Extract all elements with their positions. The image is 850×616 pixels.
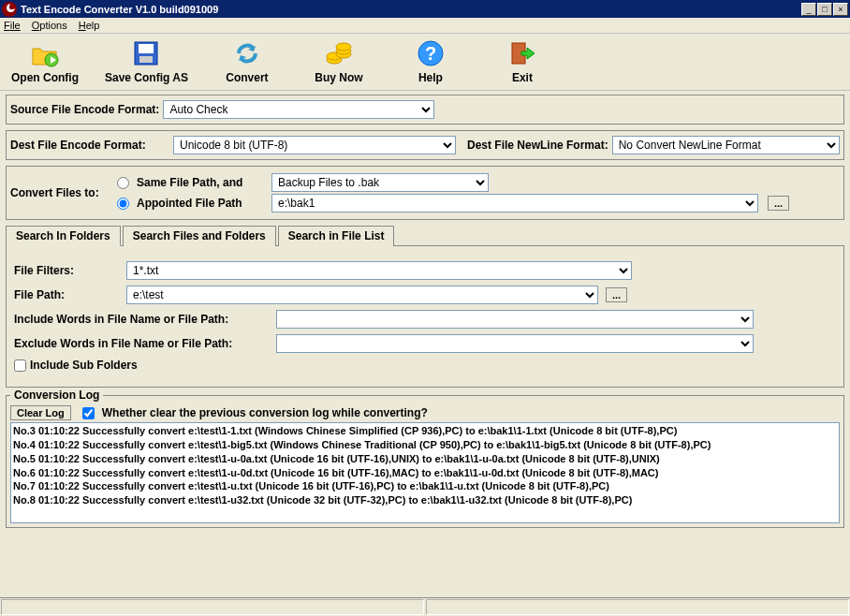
browse-path-button[interactable]: ...	[606, 287, 627, 302]
exclude-words-select[interactable]	[276, 334, 754, 353]
appointed-path-label: Appointed File Path	[137, 197, 268, 210]
open-config-button[interactable]: Open Config	[11, 37, 79, 84]
app-icon	[2, 2, 17, 17]
tab-search-in-folders[interactable]: Search In Folders	[6, 226, 121, 246]
convert-button[interactable]: Convert	[214, 37, 280, 84]
include-sub-folders-label: Include Sub Folders	[30, 359, 138, 372]
buy-now-button[interactable]: Buy Now	[306, 37, 372, 84]
clear-prev-log-checkbox[interactable]	[82, 407, 95, 419]
toolbar: Open Config Save Config AS Convert Buy N…	[0, 34, 850, 91]
conversion-log-legend: Conversion Log	[10, 389, 103, 402]
statusbar	[0, 597, 850, 616]
menubar: File Options Help	[0, 18, 850, 34]
log-line: No.6 01:10:22 Successfully convert e:\te…	[13, 466, 837, 480]
coins-icon	[323, 37, 355, 69]
appointed-path-select[interactable]: e:\bak1	[271, 194, 758, 213]
clear-prev-log-label: Whether clear the previous conversion lo…	[102, 406, 428, 419]
menu-help[interactable]: Help	[79, 20, 100, 31]
source-encode-select[interactable]: Auto Check	[163, 100, 434, 119]
search-tabs: Search In Folders Search Files and Folde…	[6, 226, 844, 246]
dest-encode-select[interactable]: Unicode 8 bit (UTF-8)	[173, 136, 456, 154]
dest-panel: Dest File Encode Format: Unicode 8 bit (…	[6, 130, 844, 160]
log-line: No.4 01:10:22 Successfully convert e:\te…	[13, 438, 837, 452]
convert-to-panel: Convert Files to: Same File Path, and Ba…	[6, 166, 844, 220]
tab-search-files-and-folders[interactable]: Search Files and Folders	[123, 226, 276, 246]
menu-options[interactable]: Options	[32, 20, 67, 31]
convert-to-label: Convert Files to:	[10, 186, 106, 199]
help-icon: ?	[415, 37, 447, 69]
exclude-words-label: Exclude Words in File Name or File Path:	[14, 337, 276, 350]
browse-dest-button[interactable]: ...	[768, 196, 789, 211]
folder-open-icon	[29, 37, 61, 69]
help-button[interactable]: ? Help	[398, 37, 463, 84]
include-sub-folders-checkbox[interactable]	[14, 359, 26, 372]
dest-newline-label: Dest File NewLine Format:	[467, 139, 608, 152]
source-encode-label: Source File Encode Format:	[10, 103, 159, 116]
menu-file[interactable]: File	[4, 20, 21, 31]
include-words-label: Include Words in File Name or File Path:	[14, 313, 276, 326]
log-line: No.7 01:10:22 Successfully convert e:\te…	[13, 479, 837, 493]
file-path-label: File Path:	[14, 288, 126, 301]
source-panel: Source File Encode Format: Auto Check	[6, 95, 844, 125]
status-pane-2	[426, 599, 849, 615]
close-button[interactable]: ×	[833, 3, 848, 16]
clear-log-button[interactable]: Clear Log	[10, 405, 71, 420]
svg-rect-2	[139, 44, 154, 53]
svg-rect-3	[139, 56, 153, 63]
dest-encode-label: Dest File Encode Format:	[10, 139, 169, 152]
tab-search-in-file-list[interactable]: Search in File List	[278, 226, 395, 246]
window-title: Text Encode Converter V1.0 build091009	[21, 4, 218, 15]
tab-panel-search-in-folders: File Filters: 1*.txt File Path: e:\test …	[6, 245, 844, 388]
log-line: No.5 01:10:22 Successfully convert e:\te…	[13, 452, 837, 466]
exit-button[interactable]: Exit	[490, 37, 555, 84]
dest-newline-select[interactable]: No Convert NewLine Format	[612, 136, 840, 154]
conversion-log-fieldset: Conversion Log Clear Log Whether clear t…	[6, 395, 844, 528]
titlebar: Text Encode Converter V1.0 build091009 _…	[0, 0, 850, 18]
save-icon	[130, 37, 162, 69]
status-pane-1	[1, 599, 424, 615]
maximize-button[interactable]: □	[817, 3, 832, 16]
file-path-select[interactable]: e:\test	[126, 286, 598, 304]
minimize-button[interactable]: _	[801, 3, 816, 16]
appointed-path-radio[interactable]	[117, 198, 129, 210]
svg-text:?: ?	[425, 43, 436, 64]
file-filters-label: File Filters:	[14, 264, 126, 277]
log-line: No.8 01:10:22 Successfully convert e:\te…	[13, 493, 837, 507]
svg-point-8	[336, 43, 351, 51]
exit-icon	[506, 37, 538, 69]
backup-select[interactable]: Backup Files to .bak	[271, 173, 489, 192]
refresh-icon	[231, 37, 263, 69]
same-path-radio[interactable]	[117, 177, 129, 189]
log-line: No.3 01:10:22 Successfully convert e:\te…	[13, 424, 837, 438]
same-path-label: Same File Path, and	[137, 176, 268, 189]
file-filters-select[interactable]: 1*.txt	[126, 261, 632, 280]
include-words-select[interactable]	[276, 310, 754, 329]
save-config-button[interactable]: Save Config AS	[105, 37, 188, 84]
log-textarea[interactable]: No.3 01:10:22 Successfully convert e:\te…	[10, 422, 840, 523]
